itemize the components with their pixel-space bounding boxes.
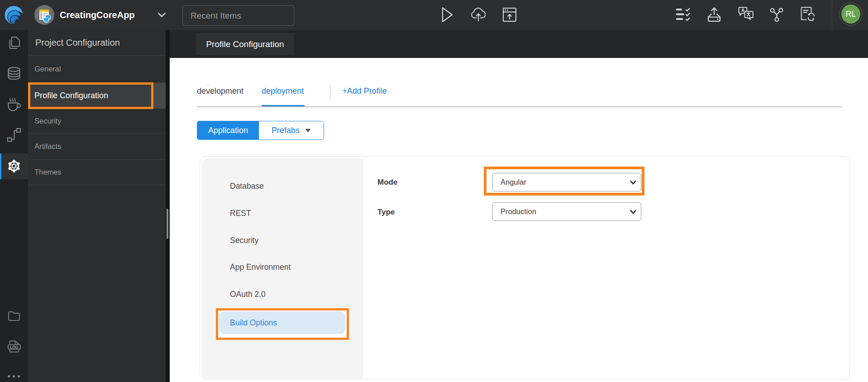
- svg-text:LOG: LOG: [10, 345, 18, 349]
